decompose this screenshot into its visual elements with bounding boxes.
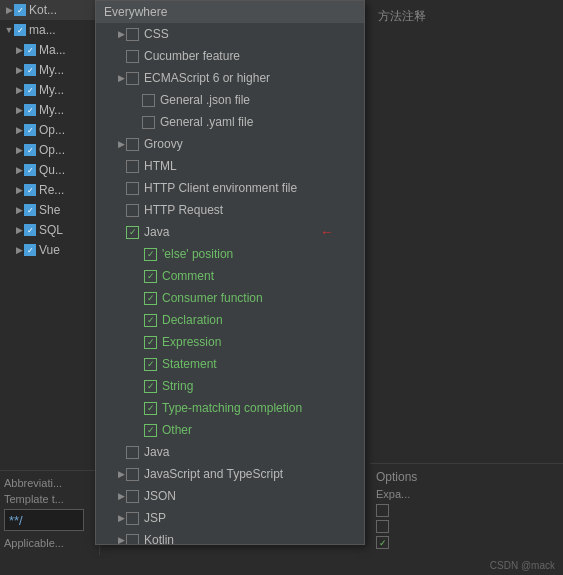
cb-cucumber[interactable] bbox=[126, 50, 139, 63]
dropdown-item-http-request[interactable]: HTTP Request bbox=[96, 199, 364, 221]
arrow-expand: ▶ bbox=[116, 29, 126, 39]
dropdown-item-cucumber[interactable]: Cucumber feature bbox=[96, 45, 364, 67]
tree-item-She[interactable]: ▶ She bbox=[0, 200, 99, 220]
cb-else[interactable] bbox=[144, 248, 157, 261]
arrow-icon: ▶ bbox=[14, 225, 24, 235]
tree-item-My2[interactable]: ▶ My... bbox=[0, 80, 99, 100]
cb-comment[interactable] bbox=[144, 270, 157, 283]
cb-kotlin[interactable] bbox=[126, 534, 139, 546]
item-label: Everywhere bbox=[104, 5, 167, 19]
tree-item-Op1[interactable]: ▶ Op... bbox=[0, 120, 99, 140]
red-arrow-java: ← bbox=[320, 224, 334, 240]
cb-http-request[interactable] bbox=[126, 204, 139, 217]
cb-groovy[interactable] bbox=[126, 138, 139, 151]
check[interactable] bbox=[24, 224, 36, 236]
check[interactable] bbox=[24, 164, 36, 176]
right-panel: 方法注释 Options Expa... expression, 'else' … bbox=[370, 0, 563, 575]
tree-item-SQL[interactable]: ▶ SQL bbox=[0, 220, 99, 240]
template-input[interactable] bbox=[4, 509, 84, 531]
cb-other[interactable] bbox=[144, 424, 157, 437]
dropdown-item-js[interactable]: ▶ JavaScript and TypeScript bbox=[96, 463, 364, 485]
item-label: My... bbox=[39, 83, 64, 97]
expand-cb-2[interactable] bbox=[376, 520, 389, 533]
dropdown-item-statement[interactable]: Statement bbox=[96, 353, 364, 375]
tree-item-Re[interactable]: ▶ Re... bbox=[0, 180, 99, 200]
tree-item-kot[interactable]: ▶ Kot... bbox=[0, 0, 99, 20]
check[interactable] bbox=[24, 144, 36, 156]
item-label: 'else' position bbox=[162, 247, 233, 261]
item-label: Qu... bbox=[39, 163, 65, 177]
arrow-icon: ▶ bbox=[4, 5, 14, 15]
check[interactable] bbox=[24, 124, 36, 136]
dropdown-item-everywhere[interactable]: Everywhere bbox=[96, 1, 364, 23]
arrow-icon: ▶ bbox=[14, 205, 24, 215]
dropdown-item-type-match[interactable]: Type-matching completion bbox=[96, 397, 364, 419]
tree-item-Op2[interactable]: ▶ Op... bbox=[0, 140, 99, 160]
item-label: Java bbox=[144, 445, 169, 459]
dropdown-item-string[interactable]: String bbox=[96, 375, 364, 397]
tree-item-My3[interactable]: ▶ My... bbox=[0, 100, 99, 120]
tree-item-My1[interactable]: ▶ My... bbox=[0, 60, 99, 80]
expand-cb-3[interactable] bbox=[376, 536, 389, 549]
check[interactable] bbox=[24, 84, 36, 96]
dropdown-item-expression[interactable]: Expression bbox=[96, 331, 364, 353]
dropdown-item-json[interactable]: General .json file bbox=[96, 89, 364, 111]
cb-html[interactable] bbox=[126, 160, 139, 173]
item-label: Consumer function bbox=[162, 291, 263, 305]
tree-item-ma[interactable]: ▼ ma... bbox=[0, 20, 99, 40]
dropdown-item-kotlin[interactable]: ▶ Kotlin bbox=[96, 529, 364, 545]
check[interactable] bbox=[24, 64, 36, 76]
item-label: Java bbox=[144, 225, 169, 239]
item-label: Statement bbox=[162, 357, 217, 371]
dropdown-item-java-checked[interactable]: Java ← bbox=[96, 221, 364, 243]
cb-json-lang[interactable] bbox=[126, 490, 139, 503]
cb-expression[interactable] bbox=[144, 336, 157, 349]
cb-ecma[interactable] bbox=[126, 72, 139, 85]
cb-http-client[interactable] bbox=[126, 182, 139, 195]
item-label: Declaration bbox=[162, 313, 223, 327]
tree-item-Vue[interactable]: ▶ Vue bbox=[0, 240, 99, 260]
expand-cb-1[interactable] bbox=[376, 504, 389, 517]
cb-json-file[interactable] bbox=[142, 94, 155, 107]
dropdown-item-comment[interactable]: Comment bbox=[96, 265, 364, 287]
arrow-icon: ▶ bbox=[14, 125, 24, 135]
dropdown-item-other[interactable]: Other bbox=[96, 419, 364, 441]
cb-java[interactable] bbox=[126, 226, 139, 239]
cb-string[interactable] bbox=[144, 380, 157, 393]
cb-declaration[interactable] bbox=[144, 314, 157, 327]
check[interactable] bbox=[24, 184, 36, 196]
item-label: Groovy bbox=[144, 137, 183, 151]
check-ma[interactable] bbox=[14, 24, 26, 36]
applicable-label: Applicable... bbox=[4, 537, 95, 549]
arrow-expand: ▶ bbox=[116, 73, 126, 83]
dropdown-item-declaration[interactable]: Declaration bbox=[96, 309, 364, 331]
tree-item-Ma[interactable]: ▶ Ma... bbox=[0, 40, 99, 60]
dropdown-item-groovy[interactable]: ▶ Groovy bbox=[96, 133, 364, 155]
check[interactable] bbox=[24, 104, 36, 116]
dropdown-item-else[interactable]: 'else' position bbox=[96, 243, 364, 265]
dropdown-item-json-lang[interactable]: ▶ JSON bbox=[96, 485, 364, 507]
cb-java2[interactable] bbox=[126, 446, 139, 459]
dropdown-item-http-client[interactable]: HTTP Client environment file bbox=[96, 177, 364, 199]
item-label: JSP bbox=[144, 511, 166, 525]
check[interactable] bbox=[24, 204, 36, 216]
cb-js[interactable] bbox=[126, 468, 139, 481]
dropdown-item-html[interactable]: HTML bbox=[96, 155, 364, 177]
cb-jsp[interactable] bbox=[126, 512, 139, 525]
cb-consumer[interactable] bbox=[144, 292, 157, 305]
option-row-1 bbox=[376, 504, 557, 517]
dropdown-item-java-unchecked[interactable]: Java bbox=[96, 441, 364, 463]
cb-css[interactable] bbox=[126, 28, 139, 41]
dropdown-item-consumer[interactable]: Consumer function bbox=[96, 287, 364, 309]
dropdown-item-ecma[interactable]: ▶ ECMAScript 6 or higher bbox=[96, 67, 364, 89]
dropdown-item-jsp[interactable]: ▶ JSP bbox=[96, 507, 364, 529]
check[interactable] bbox=[24, 244, 36, 256]
dropdown-item-css[interactable]: ▶ CSS bbox=[96, 23, 364, 45]
tree-item-Qu[interactable]: ▶ Qu... bbox=[0, 160, 99, 180]
check-kot[interactable] bbox=[14, 4, 26, 16]
cb-type-match[interactable] bbox=[144, 402, 157, 415]
check[interactable] bbox=[24, 44, 36, 56]
cb-statement[interactable] bbox=[144, 358, 157, 371]
cb-yaml[interactable] bbox=[142, 116, 155, 129]
dropdown-item-yaml[interactable]: General .yaml file bbox=[96, 111, 364, 133]
